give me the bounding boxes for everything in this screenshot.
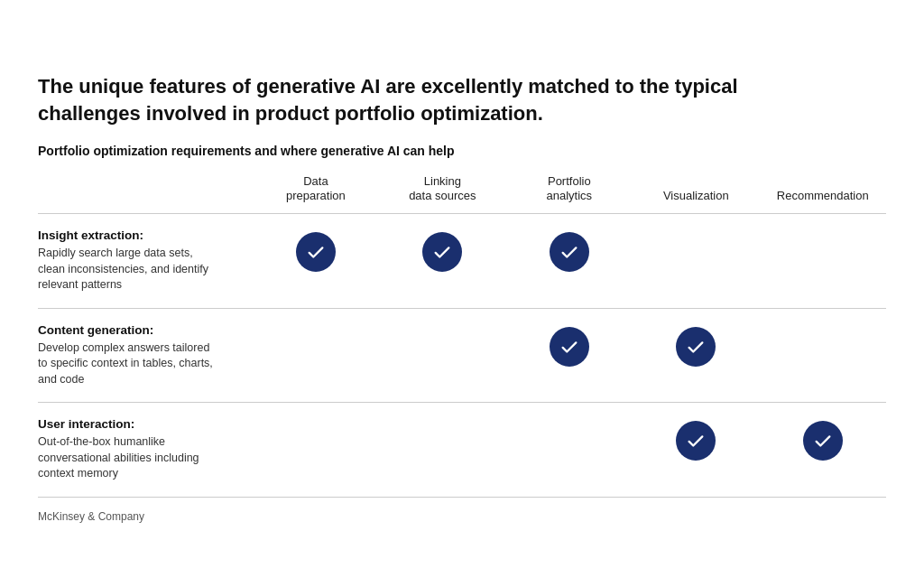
cell-content-generation-portfolio-analytics xyxy=(506,308,633,403)
col-header-recommendation: Recommendation xyxy=(760,174,887,214)
cell-user-interaction-portfolio-analytics xyxy=(506,403,633,498)
check-icon xyxy=(559,337,579,357)
cell-content-generation-visualization xyxy=(633,308,759,403)
row-label-insight-extraction: Insight extraction:Rapidly search large … xyxy=(38,214,253,309)
cell-user-interaction-linking-data-sources xyxy=(379,403,505,498)
check-icon xyxy=(686,431,706,451)
table-row: Insight extraction:Rapidly search large … xyxy=(38,214,886,309)
cell-content-generation-recommendation xyxy=(760,308,887,403)
check-circle xyxy=(803,421,843,461)
cell-content-generation-linking-data-sources xyxy=(379,308,505,403)
col-header-linking-data-sources: Linkingdata sources xyxy=(379,174,505,214)
row-text-content-generation: Develop complex answers tailored to spec… xyxy=(38,340,218,388)
check-icon xyxy=(432,242,452,262)
col-header-visualization: Visualization xyxy=(633,174,759,214)
check-icon xyxy=(813,431,833,451)
check-icon xyxy=(559,242,579,262)
check-circle xyxy=(550,327,589,367)
page-container: The unique features of generative AI are… xyxy=(20,46,904,541)
col-header-empty xyxy=(38,174,253,214)
row-text-insight-extraction: Rapidly search large data sets, clean in… xyxy=(38,246,218,294)
cell-user-interaction-visualization xyxy=(633,403,759,498)
col-header-data-preparation: Datapreparation xyxy=(253,174,379,214)
subtitle: Portfolio optimization requirements and … xyxy=(38,144,886,158)
cell-insight-extraction-recommendation xyxy=(760,214,887,309)
row-label-content-generation: Content generation:Develop complex answe… xyxy=(38,308,253,403)
check-icon xyxy=(306,242,326,262)
row-bold-insight-extraction: Insight extraction: xyxy=(38,228,245,242)
cell-content-generation-data-preparation xyxy=(253,308,379,403)
footer-text: McKinsey & Company xyxy=(38,497,886,523)
cell-insight-extraction-linking-data-sources xyxy=(379,214,505,309)
cell-insight-extraction-portfolio-analytics xyxy=(506,214,633,309)
check-circle xyxy=(676,421,716,461)
table-row: Content generation:Develop complex answe… xyxy=(38,308,886,403)
check-circle xyxy=(422,232,462,272)
row-label-user-interaction: User interaction:Out-of-the-box humanlik… xyxy=(38,403,253,498)
cell-insight-extraction-data-preparation xyxy=(253,214,379,309)
table-row: User interaction:Out-of-the-box humanlik… xyxy=(38,403,886,498)
row-bold-user-interaction: User interaction: xyxy=(38,417,245,431)
col-header-portfolio-analytics: Portfolioanalytics xyxy=(506,174,633,214)
check-circle xyxy=(296,232,336,272)
row-text-user-interaction: Out-of-the-box humanlike conversational … xyxy=(38,434,218,482)
comparison-table: Datapreparation Linkingdata sources Port… xyxy=(38,174,886,523)
check-icon xyxy=(686,337,706,357)
check-circle xyxy=(676,327,716,367)
row-bold-content-generation: Content generation: xyxy=(38,323,245,337)
cell-insight-extraction-visualization xyxy=(633,214,759,309)
check-circle xyxy=(550,232,589,272)
cell-user-interaction-recommendation xyxy=(760,403,887,498)
cell-user-interaction-data-preparation xyxy=(253,403,379,498)
main-title: The unique features of generative AI are… xyxy=(38,73,778,126)
